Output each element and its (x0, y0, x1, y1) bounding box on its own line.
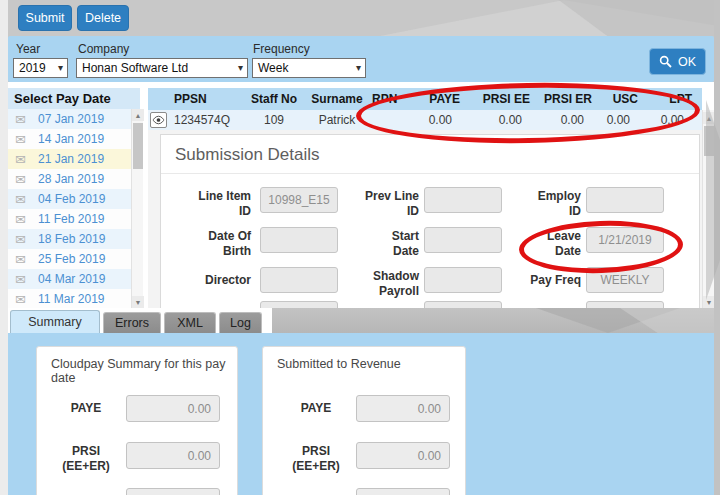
paye-label: PAYE (51, 401, 121, 416)
summary-section: Cloudpay Summary for this pay date PAYE … (8, 333, 714, 495)
line-item-id-label: Line Item ID (163, 189, 251, 219)
tab-summary[interactable]: Summary (10, 310, 100, 333)
scrollbar-thumb[interactable] (133, 123, 143, 169)
date-of-birth-label: Date Of Birth (163, 229, 251, 259)
year-label: Year (16, 42, 40, 56)
envelope-icon: ✉ (15, 173, 30, 186)
cloudpay-summary-title: Cloudpay Summary for this pay date (51, 357, 237, 385)
submission-details-title: Submission Details (175, 145, 320, 165)
director-field[interactable] (260, 267, 338, 293)
submitted-to-revenue-title: Submitted to Revenue (277, 357, 401, 371)
prsi-field[interactable]: 0.00 (356, 442, 450, 469)
main-area: Select Pay Date ✉07 Jan 2019 ✉14 Jan 201… (8, 82, 714, 308)
paye-field[interactable]: 0.00 (126, 395, 220, 422)
start-date-label: Start Date (331, 229, 419, 259)
envelope-icon: ✉ (15, 113, 30, 126)
shadow-payroll-label: Shadow Payroll (331, 269, 419, 299)
pay-date-row[interactable]: ✉04 Feb 2019 (8, 189, 131, 209)
scrollbar-thumb[interactable] (704, 126, 714, 156)
line-item-id-field[interactable]: 10998_E15 (260, 187, 338, 213)
usc-field[interactable]: 0.00 (356, 488, 450, 495)
pay-date-row-selected[interactable]: ✉21 Jan 2019 (8, 149, 131, 169)
company-label: Company (78, 42, 129, 56)
column-header-rpn: RPN (372, 92, 398, 106)
envelope-icon: ✉ (15, 293, 30, 306)
director-label: Director (163, 273, 251, 288)
cell-staffno: 109 (246, 113, 302, 127)
employee-row[interactable]: 1234574Q 109 Patrick 0.00 0.00 0.00 0.00… (148, 110, 702, 130)
company-value: Honan Software Ltd (82, 61, 188, 75)
column-header-prsi-ee: PRSI EE (466, 92, 536, 106)
ok-button-label: OK (678, 55, 696, 69)
wallpaper-shape (520, 0, 714, 36)
submission-details-card: Submission Details Line Item ID 10998_E1… (160, 134, 700, 308)
employ-id-label: Employ ID (493, 189, 581, 219)
pay-date-row[interactable]: ✉07 Jan 2019 (8, 109, 131, 129)
employ-id-field[interactable] (586, 187, 664, 213)
leave-date-label: Leave Date (493, 229, 581, 259)
paye-field[interactable]: 0.00 (356, 395, 450, 422)
cutoff-field[interactable] (424, 301, 502, 308)
company-select[interactable]: Honan Software Ltd (76, 58, 248, 78)
pay-date-row[interactable]: ✉28 Jan 2019 (8, 169, 131, 189)
frequency-value: Week (258, 61, 288, 75)
submit-button[interactable]: Submit (18, 5, 72, 31)
view-cell (148, 112, 168, 128)
cell-ppsn: 1234574Q (168, 113, 246, 127)
leave-date-field[interactable]: 1/21/2019 (586, 227, 664, 253)
tab-errors[interactable]: Errors (103, 312, 161, 333)
pay-date-row[interactable]: ✉25 Feb 2019 (8, 249, 131, 269)
window-left-edge (0, 0, 8, 495)
scroll-up-button[interactable] (132, 109, 144, 121)
pay-date-row[interactable]: ✉14 Jan 2019 (8, 129, 131, 149)
cutoff-field[interactable] (260, 301, 338, 308)
start-date-field[interactable] (424, 227, 502, 253)
pay-date-row[interactable]: ✉04 Mar 2019 (8, 269, 131, 289)
view-employee-button[interactable] (150, 112, 167, 128)
pay-date-scrollbar (131, 109, 143, 308)
pay-date-label: 07 Jan 2019 (38, 112, 104, 126)
year-value: 2019 (19, 61, 46, 75)
cell-usc: 0.00 (598, 113, 644, 127)
submitted-to-revenue-panel: Submitted to Revenue PAYE 0.00 PRSI (EE+… (262, 346, 466, 495)
prsi-field[interactable]: 0.00 (126, 442, 220, 469)
column-header-usc: USC (598, 92, 644, 106)
cell-lpt: 0.00 (644, 113, 702, 127)
pay-date-label: 21 Jan 2019 (38, 152, 104, 166)
envelope-icon: ✉ (15, 233, 30, 246)
date-of-birth-field[interactable] (260, 227, 338, 253)
divider (161, 173, 699, 174)
search-icon (659, 55, 672, 68)
usc-field[interactable]: 0.00 (126, 488, 220, 495)
frequency-select[interactable]: Week (252, 58, 366, 78)
pay-date-label: 04 Mar 2019 (38, 272, 105, 286)
envelope-icon: ✉ (15, 153, 30, 166)
window-right-edge (714, 0, 720, 495)
shadow-payroll-field[interactable] (424, 267, 502, 293)
pay-date-row[interactable]: ✉18 Feb 2019 (8, 229, 131, 249)
scroll-down-button[interactable] (132, 296, 144, 308)
search-ok-button[interactable]: OK (649, 48, 706, 75)
pay-freq-field[interactable]: WEEKLY (586, 267, 664, 293)
tab-xml[interactable]: XML (164, 312, 216, 333)
tab-strip-gray-area (272, 308, 714, 333)
pay-date-label: 18 Feb 2019 (38, 232, 105, 246)
pay-date-label: 11 Mar 2019 (38, 292, 105, 306)
cutoff-field[interactable] (586, 301, 664, 308)
pay-date-row[interactable]: ✉11 Feb 2019 (8, 209, 131, 229)
prev-line-id-field[interactable] (424, 187, 502, 213)
pay-date-label: 14 Jan 2019 (38, 132, 104, 146)
prev-line-id-label: Prev Line ID (331, 189, 419, 219)
pay-date-row[interactable]: ✉11 Mar 2019 (8, 289, 131, 309)
envelope-icon: ✉ (15, 253, 30, 266)
year-select[interactable]: 2019 (13, 58, 68, 78)
tab-log[interactable]: Log (219, 312, 262, 333)
envelope-icon: ✉ (15, 213, 30, 226)
envelope-icon: ✉ (15, 273, 30, 286)
cloudpay-summary-panel: Cloudpay Summary for this pay date PAYE … (36, 346, 238, 495)
column-header-surname: Surname (302, 92, 372, 106)
paye-label: PAYE (281, 401, 351, 416)
column-header-prsi-er: PRSI ER (536, 92, 598, 106)
delete-button[interactable]: Delete (77, 5, 129, 31)
pay-date-label: 25 Feb 2019 (38, 252, 105, 266)
